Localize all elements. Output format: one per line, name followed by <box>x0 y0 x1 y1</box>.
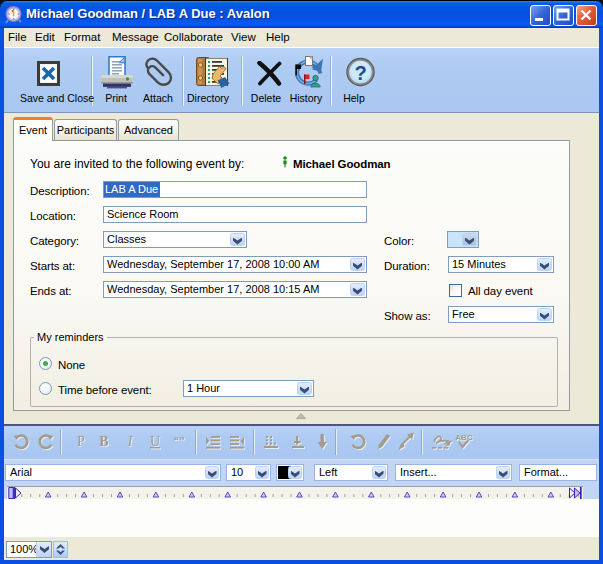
svg-text:ABC: ABC <box>455 433 473 442</box>
svg-text:U: U <box>150 434 160 449</box>
svg-text:“”: “” <box>174 434 185 446</box>
svg-text:I: I <box>127 434 134 449</box>
svg-text:P: P <box>77 434 85 449</box>
svg-text:B: B <box>99 434 108 449</box>
svg-text:?: ? <box>354 62 366 84</box>
